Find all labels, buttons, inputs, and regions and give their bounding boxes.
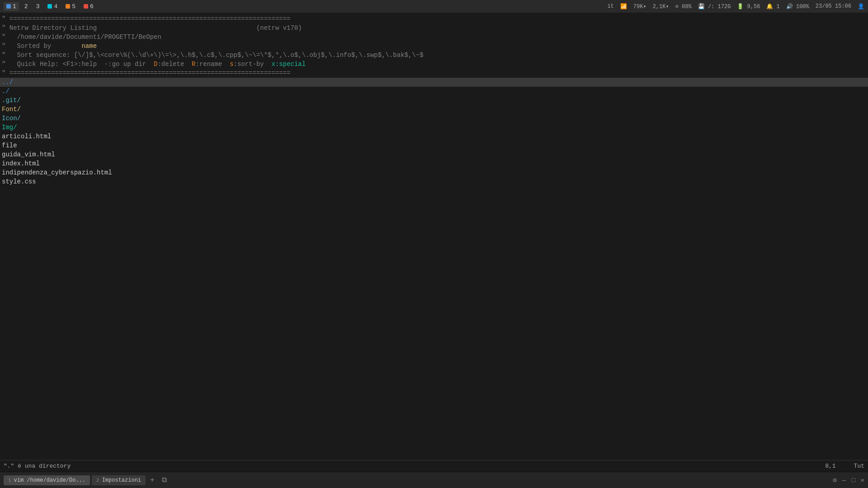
topbar: 1 2 3 4 5 6 it 📶 79K▾ 2,1K▾ ⊙ 08% 💾 /: 1… xyxy=(0,0,868,13)
dir-entry-icon[interactable]: Icon/ xyxy=(0,114,868,123)
tab-4[interactable]: 4 xyxy=(45,2,60,11)
tab-6-dot xyxy=(84,4,88,9)
statusbar: "." è una directory 8,1 Tut xyxy=(0,460,868,472)
taskbar-maximize-icon[interactable]: □ xyxy=(851,477,855,484)
tab-1[interactable]: 1 xyxy=(4,2,19,11)
dir-entry-guida[interactable]: guida_vim.html xyxy=(0,150,868,159)
dir-entry-git[interactable]: .git/ xyxy=(0,96,868,105)
dir-entry-file[interactable]: file xyxy=(0,141,868,150)
dir-entry-style[interactable]: style.css xyxy=(0,177,868,186)
statusbar-position: 8,1 xyxy=(825,463,835,469)
status-user-icon: 👤 xyxy=(858,3,864,10)
tab-4-dot xyxy=(47,4,52,9)
taskbar: 1 vim /home/davide/Do... 2 Impostazioni … xyxy=(0,472,868,488)
status-time: 23/05 15:06 xyxy=(816,3,851,9)
statusbar-mode: Tut xyxy=(854,463,864,469)
tab-2-num: 2 xyxy=(24,3,28,10)
header-line-4: " Sorted by name xyxy=(0,42,868,51)
tab-3[interactable]: 3 xyxy=(33,2,42,11)
taskbar-system-icons: ⚙ — □ ✕ xyxy=(833,476,864,484)
dir-entry-current[interactable]: ./ xyxy=(0,87,868,96)
statusbar-right: 8,1 Tut xyxy=(825,463,864,469)
tab-5[interactable]: 5 xyxy=(63,2,78,11)
tab-5-dot xyxy=(66,4,70,9)
status-wifi-icon: 📶 xyxy=(620,3,627,10)
tab-6-num: 6 xyxy=(90,3,94,10)
taskbar-window-button[interactable]: ⧉ xyxy=(159,475,170,485)
tab-6[interactable]: 6 xyxy=(81,2,96,11)
taskbar-settings-icon[interactable]: ⚙ xyxy=(833,476,836,484)
header-line-1: " ======================================… xyxy=(0,14,868,23)
status-battery: 🔋 9,56 xyxy=(737,3,760,10)
dir-entry-img[interactable]: Img/ xyxy=(0,123,868,132)
header-line-5: " Sort sequence: [\/]$,\<core\%(\.\d\+\)… xyxy=(0,51,868,60)
status-disk: 💾 /: 172G xyxy=(698,3,731,10)
dir-entry-font[interactable]: Font/ xyxy=(0,105,868,114)
dir-entry-articoli[interactable]: articoli.html xyxy=(0,132,868,141)
status-mem: 79K▾ xyxy=(633,3,646,10)
status-net: 2,1K▾ xyxy=(653,3,669,10)
tab-2[interactable]: 2 xyxy=(22,2,31,11)
taskbar-minimize-icon[interactable]: — xyxy=(842,477,846,484)
header-line-3: " /home/davide/Documenti/PROGETTI/BeOpen xyxy=(0,33,868,42)
tab-3-num: 3 xyxy=(36,3,40,10)
status-notif: 🔔 1 xyxy=(766,3,779,10)
status-area: it 📶 79K▾ 2,1K▾ ⊙ 08% 💾 /: 172G 🔋 9,56 🔔… xyxy=(607,3,864,10)
tab-5-num: 5 xyxy=(72,3,75,10)
editor-area: " ======================================… xyxy=(0,13,868,460)
tab-4-num: 4 xyxy=(54,3,57,10)
dir-entry-index[interactable]: index.html xyxy=(0,159,868,168)
header-line-2: " Netrw Directory Listing (netrw v170) xyxy=(0,23,868,33)
tab-1-num: 1 xyxy=(13,3,16,10)
taskbar-tab-2[interactable]: 2 Impostazioni xyxy=(92,475,146,485)
header-line-6: " Quick Help: <F1>:help -:go up dir D:de… xyxy=(0,60,868,69)
taskbar-add-button[interactable]: + xyxy=(147,475,157,485)
status-keyboard: it xyxy=(607,3,613,9)
taskbar-close-icon[interactable]: ✕ xyxy=(861,476,864,484)
header-line-7: " ======================================… xyxy=(0,69,868,78)
taskbar-tab-1[interactable]: 1 vim /home/davide/Do... xyxy=(4,475,90,485)
dir-entry-parent[interactable]: ../ xyxy=(0,78,868,87)
dir-entry-indipendenza[interactable]: indipendenza_cyberspazio.html xyxy=(0,168,868,177)
taskbar-tab-1-label: vim /home/davide/Do... xyxy=(14,477,85,483)
taskbar-tab-2-label: Impostazioni xyxy=(102,477,141,483)
status-vol: 🔊 100% xyxy=(786,3,809,10)
statusbar-message: "." è una directory xyxy=(4,463,825,469)
tab-1-dot xyxy=(6,4,11,9)
status-cpu: ⊙ 08% xyxy=(675,3,692,10)
